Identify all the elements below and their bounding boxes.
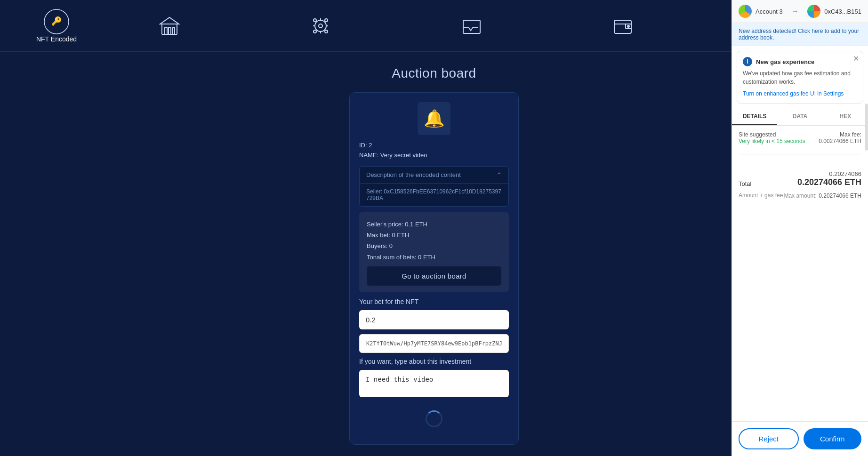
svg-rect-17 (463, 20, 480, 33)
logo: 🔑 NFT Encoded (19, 9, 94, 43)
loading-spinner (426, 410, 442, 427)
investment-textarea[interactable]: I need this video (359, 370, 509, 397)
ar-nav-btn[interactable] (306, 12, 335, 40)
gas-notice-body: We've updated how gas fee estimation and… (743, 69, 857, 86)
svg-point-7 (315, 20, 326, 32)
info-icon: i (743, 57, 752, 66)
svg-point-8 (319, 24, 322, 28)
confirm-button[interactable]: Confirm (804, 428, 862, 449)
tonal-sum: Tonal sum of bets: 0 ETH (367, 252, 501, 263)
key-input[interactable] (359, 334, 509, 353)
gas-notice-link[interactable]: Turn on enhanced gas fee UI in Settings (743, 90, 844, 97)
max-amount-label: Max amount: (784, 192, 816, 199)
svg-text:🔑: 🔑 (51, 16, 62, 26)
divider (739, 154, 861, 154)
svg-rect-5 (169, 28, 171, 34)
mm-site-suggested-row: Site suggested Very likely in < 15 secon… (739, 131, 861, 144)
total-small: 0.20274066 (797, 170, 861, 177)
logo-text: NFT Encoded (36, 35, 77, 43)
tab-details[interactable]: DETAILS (732, 108, 777, 125)
svg-point-20 (627, 25, 629, 27)
page-title: Auction board (392, 66, 476, 81)
nft-id: ID: 2 (359, 141, 509, 151)
amount-gas-label: Amount + gas fee (739, 192, 783, 199)
seller-address: Seller: 0xC158526FbEE63710962cF1cf10D182… (366, 188, 501, 201)
max-fee-value: 0.00274066 ETH (819, 138, 861, 144)
metamask-panel: Account 3 → 0xC43...B151 New address det… (731, 0, 868, 456)
address-avatar (807, 5, 820, 18)
chevron-up-icon: ⌃ (497, 171, 502, 178)
museum-nav-btn[interactable] (155, 12, 184, 40)
site-suggested-label: Site suggested (739, 131, 805, 138)
tab-data[interactable]: DATA (777, 108, 822, 125)
arrow-right-icon: → (791, 7, 799, 16)
spinner-container (426, 403, 442, 435)
auction-info-panel: Seller's price: 0.1 ETH Max bet: 0 ETH B… (359, 212, 509, 293)
address-text: 0xC43...B151 (824, 8, 861, 15)
mm-gas-header: i New gas experience (743, 57, 857, 66)
svg-point-16 (325, 30, 328, 33)
account-avatar (739, 5, 752, 18)
tab-hex[interactable]: HEX (823, 108, 868, 125)
go-auction-btn[interactable]: Go to auction board (367, 266, 501, 286)
mm-actions: Reject Confirm (732, 421, 868, 456)
investment-label: If you want, type about this investment (359, 358, 509, 365)
bet-input[interactable] (359, 310, 509, 329)
mm-total-section: Total 0.20274066 0.20274066 ETH Amount +… (739, 168, 861, 200)
mm-account-info: Account 3 (739, 5, 783, 18)
museum-icon (159, 16, 180, 36)
mm-total-row: Total 0.20274066 0.20274066 ETH (739, 170, 861, 187)
svg-point-13 (313, 19, 316, 22)
max-fee-label: Max fee: (819, 131, 861, 138)
site-status: Very likely in < 15 seconds (739, 138, 805, 144)
max-bet: Max bet: 0 ETH (367, 230, 501, 240)
max-amount-value: 0.20274066 ETH (819, 192, 861, 199)
description-section: Description of the encoded content ⌃ Sel… (359, 166, 509, 207)
description-placeholder: Description of the encoded content (366, 171, 461, 178)
svg-rect-6 (172, 28, 175, 34)
mm-header: Account 3 → 0xC43...B151 (732, 0, 868, 23)
scrollbar[interactable] (865, 104, 868, 151)
bet-label: Your bet for the NFT (359, 298, 509, 305)
reject-button[interactable]: Reject (739, 428, 799, 449)
auction-card: 🔔 ID: 2 NAME: Very secret video Descript… (349, 92, 519, 445)
wallet-nav-btn[interactable] (609, 12, 637, 40)
total-eth: 0.20274066 ETH (797, 177, 861, 187)
svg-marker-3 (160, 17, 179, 24)
inbox-nav-btn[interactable] (458, 12, 486, 40)
account-name: Account 3 (755, 8, 783, 15)
svg-rect-4 (165, 28, 167, 34)
mm-details-content: Site suggested Very likely in < 15 secon… (732, 126, 868, 421)
gas-notice-title: New gas experience (756, 58, 814, 65)
bet-section: Your bet for the NFT If you want, type a… (359, 298, 509, 397)
gas-notice-close-btn[interactable]: ✕ (853, 55, 859, 63)
mm-amount-row: Amount + gas fee Max amount: 0.20274066 … (739, 191, 861, 200)
sellers-price: Seller's price: 0.1 ETH (367, 219, 501, 230)
nft-name: NAME: Very secret video (359, 151, 509, 160)
ar-icon (310, 16, 331, 36)
description-header[interactable]: Description of the encoded content ⌃ (360, 167, 508, 183)
svg-point-14 (325, 19, 328, 22)
logo-icon: 🔑 (44, 9, 69, 34)
nft-image: 🔔 (418, 102, 450, 135)
mm-tabs: DETAILS DATA HEX (732, 108, 868, 126)
mm-gas-notice: ✕ i New gas experience We've updated how… (737, 51, 863, 104)
svg-point-15 (313, 30, 316, 33)
mm-address-info: 0xC43...B151 (807, 5, 861, 18)
mm-notification[interactable]: New address detected! Click here to add … (732, 23, 868, 46)
inbox-icon (461, 16, 482, 36)
total-label: Total (739, 180, 751, 187)
buyers: Buyers: 0 (367, 240, 501, 251)
description-body: Seller: 0xC158526FbEE63710962cF1cf10D182… (360, 183, 508, 206)
wallet-icon (612, 16, 633, 36)
nft-info: ID: 2 NAME: Very secret video (359, 141, 509, 160)
